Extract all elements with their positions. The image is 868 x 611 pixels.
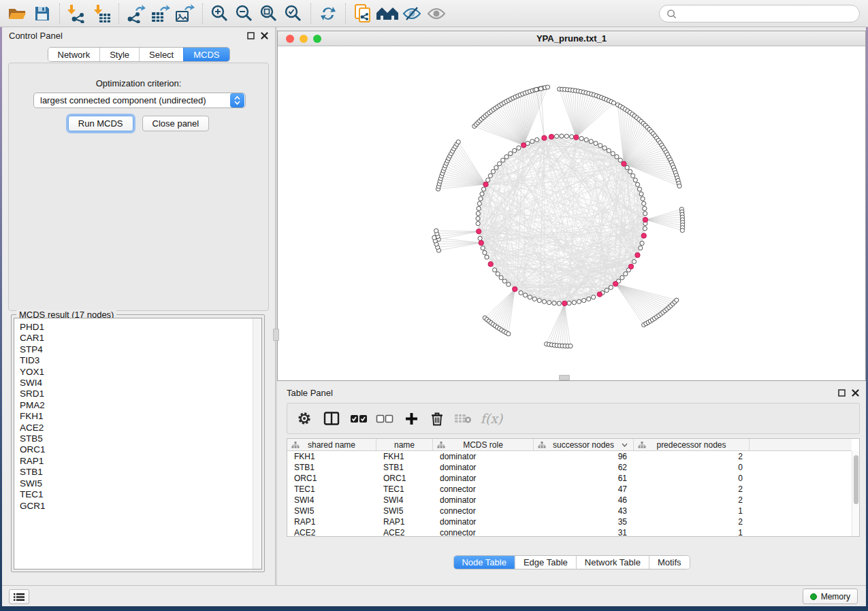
run-mcds-button[interactable]: Run MCDS bbox=[68, 116, 133, 131]
tab-select[interactable]: Select bbox=[139, 48, 183, 61]
right-area: YPA_prune.txt_1 Table Panel bbox=[277, 27, 866, 585]
mcds-result-item[interactable]: TID3 bbox=[20, 355, 46, 366]
column-predecessor-nodes[interactable]: predecessor nodes bbox=[634, 439, 750, 450]
node-table-body[interactable]: FKH1FKH1dominator962STB1STB1dominator620… bbox=[287, 451, 852, 536]
mcds-result-item[interactable]: PMA2 bbox=[20, 400, 46, 411]
delete-column-icon[interactable] bbox=[425, 407, 449, 430]
table-row[interactable]: SWI4SWI4dominator462 bbox=[287, 495, 852, 506]
mcds-result-item[interactable]: CAR1 bbox=[20, 333, 46, 344]
table-toolbar: f(x) bbox=[287, 403, 860, 434]
show-all-icon[interactable] bbox=[424, 3, 449, 24]
column-shared-name[interactable]: shared name bbox=[287, 439, 376, 450]
function-builder-icon[interactable]: f(x) bbox=[477, 407, 507, 430]
hide-columns-icon[interactable] bbox=[372, 407, 398, 430]
table-row[interactable]: FKH1FKH1dominator962 bbox=[287, 451, 852, 462]
first-neighbors-icon[interactable] bbox=[375, 3, 400, 24]
mcds-result-item[interactable]: SRD1 bbox=[20, 389, 46, 399]
tab-style[interactable]: Style bbox=[99, 48, 139, 61]
tab-network-table[interactable]: Network Table bbox=[576, 556, 649, 569]
float-panel-icon[interactable] bbox=[247, 32, 255, 39]
mcds-result-item[interactable]: TEC1 bbox=[20, 489, 46, 500]
gear-icon[interactable] bbox=[291, 407, 317, 430]
zoom-in-icon[interactable] bbox=[208, 3, 232, 24]
network-window-title: YPA_prune.txt_1 bbox=[278, 33, 865, 44]
open-file-icon[interactable] bbox=[5, 3, 30, 24]
search-icon bbox=[666, 9, 677, 19]
table-row[interactable]: RAP1RAP1dominator352 bbox=[287, 516, 852, 527]
horizontal-splitter-grip[interactable] bbox=[559, 375, 570, 380]
tab-mcds[interactable]: MCDS bbox=[183, 48, 229, 61]
table-row[interactable]: SWI5SWI5connector431 bbox=[287, 506, 852, 516]
tab-network[interactable]: Network bbox=[48, 48, 99, 61]
column-name[interactable]: name bbox=[376, 439, 433, 450]
mcds-result-item[interactable]: FKH1 bbox=[20, 411, 46, 422]
column-mcds-role[interactable]: MCDS role bbox=[433, 439, 534, 450]
export-table-icon[interactable] bbox=[148, 3, 173, 24]
float-table-panel-icon[interactable] bbox=[838, 389, 846, 397]
zoom-fit-icon[interactable] bbox=[257, 3, 281, 24]
table-row[interactable]: ACE2ACE2connector311 bbox=[287, 527, 852, 536]
task-history-button[interactable] bbox=[9, 589, 29, 604]
mcds-result-item[interactable]: ACE2 bbox=[20, 423, 46, 433]
refresh-layout-icon[interactable] bbox=[316, 3, 340, 24]
control-panel-tabs: Network Style Select MCDS bbox=[47, 47, 229, 62]
tab-node-table[interactable]: Node Table bbox=[453, 556, 515, 569]
mcds-result-item[interactable]: STB1 bbox=[20, 467, 46, 478]
memory-button[interactable]: Memory bbox=[803, 589, 858, 604]
main-toolbar bbox=[0, 0, 868, 27]
mcds-result-item[interactable]: YOX1 bbox=[20, 367, 46, 378]
close-panel-icon[interactable] bbox=[261, 32, 268, 39]
column-successor-nodes[interactable]: successor nodes bbox=[534, 439, 634, 450]
criterion-dropdown[interactable]: largest connected component (undirected) bbox=[33, 93, 246, 108]
control-panel-title: Control Panel bbox=[9, 31, 63, 41]
close-panel-button[interactable]: Close panel bbox=[142, 116, 210, 131]
close-table-panel-icon[interactable] bbox=[852, 389, 859, 397]
zoom-out-icon[interactable] bbox=[232, 3, 257, 24]
mcds-result-item[interactable]: RAP1 bbox=[20, 456, 46, 467]
save-session-icon[interactable] bbox=[30, 3, 54, 24]
search-input[interactable] bbox=[681, 9, 852, 19]
tree-icon bbox=[538, 442, 546, 448]
vertical-splitter-grip[interactable] bbox=[273, 329, 279, 341]
mcds-result-item[interactable]: ORC1 bbox=[20, 444, 46, 455]
workspace: Control Panel Network Style Select MCDS … bbox=[2, 27, 866, 585]
column-filler bbox=[750, 439, 852, 450]
table-scrollbar[interactable] bbox=[852, 451, 859, 536]
mcds-result-group: MCDS result (17 nodes) PHD1CAR1STP4TID3Y… bbox=[11, 314, 265, 572]
mcds-result-list[interactable]: PHD1CAR1STP4TID3YOX1SWI4SRD1PMA2FKH1ACE2… bbox=[14, 318, 262, 569]
memory-label: Memory bbox=[821, 592, 850, 601]
tab-edge-table[interactable]: Edge Table bbox=[515, 556, 576, 569]
hide-selected-icon[interactable] bbox=[400, 3, 424, 24]
network-window-titlebar: YPA_prune.txt_1 bbox=[278, 31, 865, 46]
mcds-result-item[interactable]: GCR1 bbox=[20, 501, 46, 512]
table-panel-titlebar: Table Panel bbox=[280, 384, 866, 401]
tab-motifs[interactable]: Motifs bbox=[649, 556, 690, 569]
network-canvas[interactable] bbox=[278, 46, 867, 382]
zoom-selected-icon[interactable] bbox=[281, 3, 306, 24]
mcds-result-scrollbar[interactable] bbox=[253, 318, 261, 569]
mcds-result-item[interactable]: SWI4 bbox=[20, 378, 46, 389]
dropdown-stepper-icon bbox=[230, 93, 244, 108]
table-row[interactable]: TEC1TEC1connector472 bbox=[287, 484, 852, 495]
mcds-result-item[interactable]: PHD1 bbox=[20, 322, 46, 333]
search-box[interactable] bbox=[659, 5, 860, 22]
mcds-panel: Optimization criterion: largest connecte… bbox=[8, 63, 269, 311]
import-network-icon[interactable] bbox=[65, 3, 89, 24]
mcds-result-item[interactable]: STP4 bbox=[20, 344, 46, 355]
control-panel-titlebar: Control Panel bbox=[2, 27, 275, 44]
control-panel: Control Panel Network Style Select MCDS … bbox=[2, 27, 275, 585]
export-image-icon[interactable] bbox=[173, 3, 197, 24]
table-row[interactable]: ORC1ORC1dominator610 bbox=[287, 473, 852, 484]
show-columns-icon[interactable] bbox=[346, 407, 372, 430]
table-row[interactable]: STB1STB1dominator620 bbox=[287, 462, 852, 473]
mcds-result-item[interactable]: STB5 bbox=[20, 433, 46, 444]
delete-table-icon[interactable] bbox=[449, 407, 477, 430]
status-bar: Memory bbox=[2, 585, 866, 606]
mcds-result-item[interactable]: SWI5 bbox=[20, 478, 46, 489]
import-table-icon[interactable] bbox=[89, 3, 114, 24]
table-scrollbar-thumb[interactable] bbox=[854, 455, 858, 504]
new-network-from-selection-icon[interactable] bbox=[351, 3, 375, 24]
export-network-icon[interactable] bbox=[124, 3, 148, 24]
add-column-icon[interactable] bbox=[398, 407, 425, 430]
split-columns-icon[interactable] bbox=[317, 407, 346, 430]
